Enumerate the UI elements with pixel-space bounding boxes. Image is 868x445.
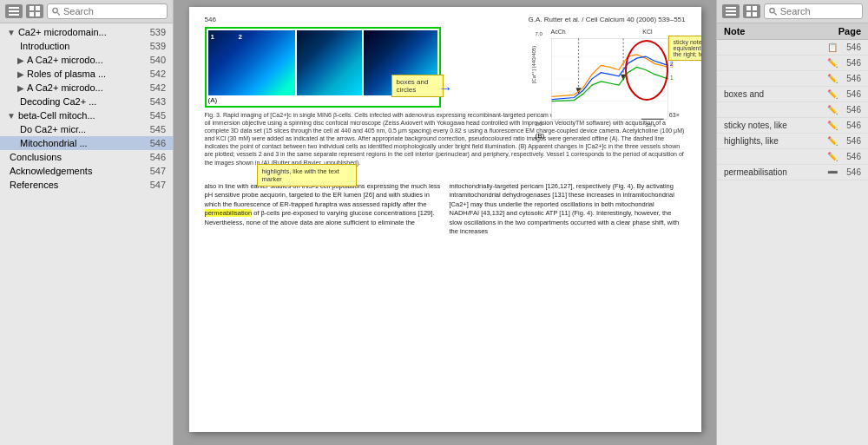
kcl-label: KCl xyxy=(642,29,652,35)
svg-rect-28 xyxy=(753,12,757,16)
svg-rect-24 xyxy=(726,14,736,16)
toc-page-11: 547 xyxy=(150,180,166,190)
notes-header: Note Page xyxy=(717,23,868,40)
blue-arrow: → xyxy=(439,81,453,96)
annotation-boxes-circles[interactable]: boxes and circles xyxy=(391,75,444,97)
note-page-6: 546 xyxy=(839,136,861,146)
toc-page-5: 543 xyxy=(150,96,166,107)
svg-rect-1 xyxy=(9,10,19,12)
toc-label-1: Introduction xyxy=(20,41,147,51)
svg-rect-23 xyxy=(726,10,736,12)
note-page-3: 546 xyxy=(839,89,861,99)
toc-label-10: Acknowledgements xyxy=(10,166,147,176)
toc-item-9[interactable]: Conclusions 546 xyxy=(0,150,173,164)
toc-item-6[interactable]: ▼ beta-Cell mitoch... 545 xyxy=(0,108,173,122)
col-note-header: Note xyxy=(724,26,835,36)
svg-rect-27 xyxy=(746,12,751,16)
note-label-5: sticky notes, like xyxy=(724,121,825,130)
right-search-input[interactable] xyxy=(780,6,858,16)
toc-item-4[interactable]: ▶ A Ca2+ microdo... 542 xyxy=(0,81,173,95)
toc-arrow-4: ▶ xyxy=(17,83,24,93)
svg-rect-25 xyxy=(746,6,751,10)
note-item-3[interactable]: boxes and ✏️ 546 xyxy=(717,87,868,102)
red-oval-kci xyxy=(625,40,668,101)
toc-page-0: 539 xyxy=(150,27,166,37)
note-item-5[interactable]: sticky notes, like ✏️ 546 xyxy=(717,118,868,134)
toc-list: ▼ Ca2+ microdomain... 539 Introduction 5… xyxy=(0,23,173,445)
page-header: 546 G.A. Rutter et al. / Cell Calcium 40… xyxy=(205,16,686,23)
y-min: 3.0 xyxy=(536,121,542,127)
body-col1: also in line with earlier studies on INS… xyxy=(205,182,441,228)
toc-arrow-6: ▼ xyxy=(7,111,16,121)
note-page-7: 546 xyxy=(839,152,861,161)
note-page-8: 546 xyxy=(839,167,861,177)
note-item-2[interactable]: ✏️ 546 xyxy=(717,71,868,87)
right-list-icon[interactable] xyxy=(722,4,740,18)
note-icon-8: ➖ xyxy=(827,167,838,177)
left-search-box[interactable] xyxy=(47,3,168,19)
svg-point-29 xyxy=(770,9,774,13)
note-item-0[interactable]: 📋 546 xyxy=(717,40,868,56)
svg-line-30 xyxy=(774,13,777,16)
left-toolbar xyxy=(0,0,173,23)
page-number: 546 xyxy=(205,16,216,23)
list-view-icon[interactable] xyxy=(5,4,23,18)
toc-item-10[interactable]: Acknowledgements 547 xyxy=(0,164,173,178)
y-axis-label: [Ca²⁺] (440/405) xyxy=(530,46,536,83)
toc-label-3: Roles of plasma ... xyxy=(27,69,147,79)
note-item-6[interactable]: highlights, like ✏️ 546 xyxy=(717,134,868,149)
toc-arrow-3: ▶ xyxy=(17,69,24,79)
right-toolbar xyxy=(717,0,868,23)
right-grid-icon[interactable] xyxy=(743,4,760,18)
toc-item-0[interactable]: ▼ Ca2+ microdomain... 539 xyxy=(0,25,173,39)
toc-item-5[interactable]: Decoding Ca2+ ... 543 xyxy=(0,95,173,108)
toc-label-11: References xyxy=(10,180,147,190)
note-item-8[interactable]: permeabilisation ➖ 546 xyxy=(717,165,868,180)
toc-item-8[interactable]: Mitochondrial ... 546 xyxy=(0,136,173,150)
search-icon xyxy=(52,7,60,16)
note-label-8: permeabilisation xyxy=(724,167,825,177)
svg-rect-26 xyxy=(753,6,757,10)
page-header-title: G.A. Rutter et al. / Cell Calcium 40 (20… xyxy=(529,16,686,23)
toc-arrow-0: ▼ xyxy=(7,28,16,37)
svg-line-8 xyxy=(57,13,60,16)
toc-item-7[interactable]: Do Ca2+ micr... 545 xyxy=(0,122,173,136)
fig-label-b: (B) xyxy=(536,132,545,140)
grid-view-icon[interactable] xyxy=(26,4,43,18)
notes-list: 📋 546 ✏️ 546 ✏️ 546 boxes and ✏️ 546 ✏️ … xyxy=(717,40,868,445)
toc-label-0: Ca2+ microdomain... xyxy=(18,27,147,37)
svg-text:1: 1 xyxy=(669,74,673,82)
note-item-1[interactable]: ✏️ 546 xyxy=(717,56,868,71)
toc-page-9: 546 xyxy=(150,152,166,162)
toc-page-8: 546 xyxy=(150,138,166,148)
toc-label-2: A Ca2+ microdo... xyxy=(27,55,147,65)
note-item-4[interactable]: ✏️ 546 xyxy=(717,102,868,118)
annotation-highlight-note[interactable]: highlights, like with the text marker xyxy=(257,164,357,187)
note-label-3: boxes and xyxy=(724,89,825,99)
svg-rect-3 xyxy=(30,6,34,10)
toc-item-2[interactable]: ▶ A Ca2+ microdo... 540 xyxy=(0,53,173,67)
right-panel: Note Page 📋 546 ✏️ 546 ✏️ 546 boxes and … xyxy=(716,0,868,445)
toc-page-6: 545 xyxy=(150,110,166,121)
svg-text:2: 2 xyxy=(669,60,673,68)
toc-label-6: beta-Cell mitoch... xyxy=(18,110,147,121)
toc-label-7: Do Ca2+ micr... xyxy=(20,124,147,134)
note-item-7[interactable]: ✏️ 546 xyxy=(717,149,868,165)
svg-rect-5 xyxy=(30,12,34,16)
body-text: also in line with earlier studies on INS… xyxy=(205,182,686,237)
right-search-box[interactable] xyxy=(764,3,863,19)
note-page-0: 546 xyxy=(839,43,861,52)
acch-label: AcCh xyxy=(551,29,566,35)
toc-item-11[interactable]: References 547 xyxy=(0,178,173,192)
toc-label-8: Mitochondrial ... xyxy=(20,138,147,148)
svg-rect-6 xyxy=(36,12,40,16)
left-search-input[interactable] xyxy=(63,6,162,16)
note-label-6: highlights, like xyxy=(724,136,825,146)
annotation-sticky-note[interactable]: sticky notes, like the paper equivalent … xyxy=(668,36,701,61)
col-page-header: Page xyxy=(835,26,861,36)
toc-item-3[interactable]: ▶ Roles of plasma ... 542 xyxy=(0,67,173,81)
y-max: 7.0 xyxy=(536,31,542,36)
figure-image-1: 1 2 xyxy=(208,30,295,95)
toc-item-1[interactable]: Introduction 539 xyxy=(0,39,173,53)
note-icon-7: ✏️ xyxy=(827,152,838,161)
